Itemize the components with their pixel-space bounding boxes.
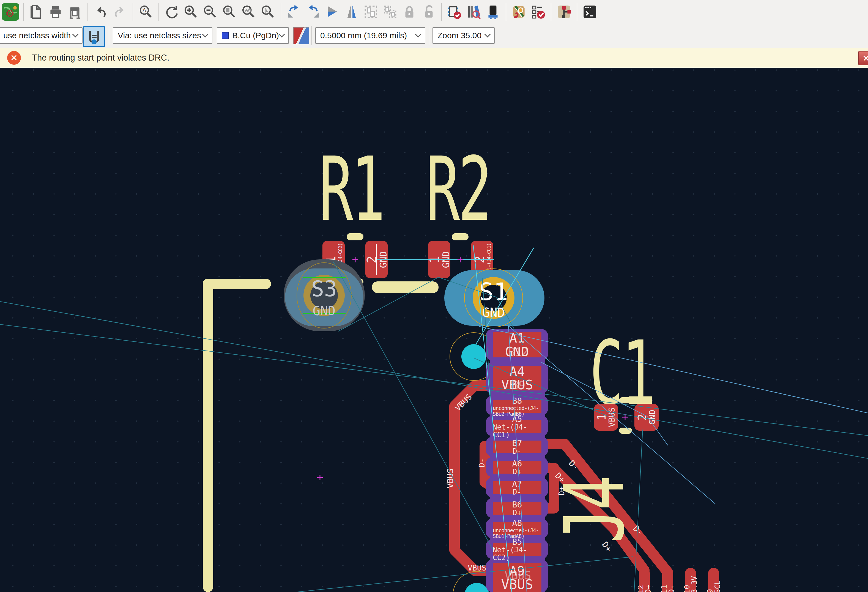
via-s1-net: GND (474, 305, 513, 320)
zoom-in-icon[interactable] (182, 3, 200, 21)
j4-pad-a9[interactable]: VBUSA9 VBUS (493, 563, 542, 592)
ungroup-icon (381, 3, 399, 21)
ghost-label: B12 (508, 346, 528, 357)
alert-close-button[interactable]: ✕ (858, 51, 868, 65)
design-rules-check-icon[interactable] (529, 3, 547, 21)
j4-pad-b7[interactable]: B7 D- (493, 441, 542, 453)
via-s3-name: S3 (308, 277, 341, 301)
redo-icon (111, 3, 129, 21)
r1-pad-2[interactable]: 2 GND (365, 241, 388, 278)
undo-view-icon[interactable] (285, 3, 303, 21)
layer-pair-swatch[interactable] (293, 27, 309, 44)
zoom-fit-objects-icon[interactable] (240, 3, 257, 21)
via-cyan[interactable] (461, 344, 486, 369)
pcbnew-app-icon: ⚙ (1, 3, 19, 21)
group-icon (362, 3, 380, 21)
track-width-dropdown[interactable]: use netclass width (0, 27, 83, 44)
svg-text:A: A (143, 7, 146, 14)
silk-dash (619, 428, 632, 434)
auto-track-width-toggle[interactable] (83, 26, 105, 47)
r2-pad-1[interactable]: 1 GND (428, 241, 450, 278)
pad-11[interactable]: 11 D- (662, 568, 673, 592)
chevron-down-icon (484, 31, 491, 37)
zoom-out-icon[interactable] (201, 3, 219, 21)
print-icon[interactable] (47, 3, 64, 21)
footprint-checker-icon[interactable] (446, 3, 463, 21)
j4-pad-a1[interactable]: A1 B12GND (493, 332, 542, 357)
layer-color-icon (222, 32, 229, 39)
j4-pad-b8[interactable]: B8 unconnected-(J4-SBU2-PadB8) (493, 400, 542, 413)
pcb-canvas[interactable]: R1 R2 C1 J4 1 Net-(J4-CC2) 2 GND 1 GND 2… (0, 68, 868, 592)
redo-view-icon[interactable] (304, 3, 322, 21)
footprint-browser-icon[interactable] (465, 3, 483, 21)
chevron-down-icon (72, 31, 79, 37)
j4-pad-a8[interactable]: A8 unconnected-(J4-SBU1-PadA8) (493, 522, 542, 535)
zoom-fit-page-icon[interactable] (221, 3, 238, 21)
trace-label-d-minus: D- (478, 458, 486, 468)
new-board-icon[interactable] (28, 3, 45, 21)
main-toolbar: ⚙ A (0, 0, 868, 24)
board-outline-silk (203, 279, 213, 592)
pad-10[interactable]: 10 3.3V (685, 568, 696, 592)
zoom-dropdown[interactable]: Zoom 35.00 (433, 27, 495, 44)
chevron-down-icon (279, 31, 285, 37)
find-icon[interactable]: A (137, 3, 155, 21)
zoom-selection-icon[interactable] (259, 3, 277, 21)
trace-width-dropdown[interactable]: 0.5000 mm (19.69 mils) (315, 27, 425, 44)
drc-alert-bar: ✕ The routing start point violates DRC. … (0, 47, 868, 68)
lock-icon (401, 3, 418, 21)
trace-label-vbus: VBUS (468, 563, 486, 573)
mirror-view-icon[interactable] (343, 3, 360, 21)
chevron-down-icon (202, 31, 208, 37)
layer-dropdown[interactable]: B.Cu (PgDn) (217, 27, 289, 44)
plot-icon[interactable] (66, 3, 84, 21)
ref-r1: R1 (319, 155, 384, 224)
cross-probe-schematic-icon[interactable] (555, 3, 573, 21)
ref-j4: J4 (562, 477, 627, 543)
ghost-label: B9 (512, 380, 525, 391)
ref-c1: C1 (590, 339, 654, 408)
trace-label-d-plus: D+ (558, 486, 565, 496)
via-size-dropdown[interactable]: Via: use netclass sizes (113, 27, 213, 44)
j4-pad-b5[interactable]: B5 Net-(J4-CC2) (493, 543, 542, 556)
footprint-properties-icon[interactable] (484, 3, 502, 21)
j4-pad-a4[interactable]: A4 B9VBUS (493, 366, 542, 391)
via-s1-name: S1 (477, 278, 510, 306)
unlock-icon (420, 3, 437, 21)
silk-connector-bar (372, 281, 438, 293)
chevron-down-icon (415, 31, 421, 37)
via-s3-net: GND (305, 303, 343, 318)
c1-pad-1[interactable]: 1 VBUS (594, 404, 618, 431)
error-icon: ✕ (7, 51, 21, 65)
svg-text:⚙: ⚙ (5, 8, 14, 19)
track-via-icon (87, 29, 102, 44)
j4-pad-b6[interactable]: B6 D+ (493, 502, 542, 515)
pad-12[interactable]: 12 D+ (639, 568, 650, 592)
j4-pad-a7[interactable]: A7 D- (493, 481, 542, 494)
refresh-view-icon[interactable] (163, 3, 180, 21)
scripting-console-icon[interactable] (581, 3, 599, 21)
j4-pad-a6[interactable]: A6 D+ (493, 461, 542, 474)
c1-pad-2[interactable]: 2 GND (635, 404, 658, 431)
update-pcb-from-schematic-icon[interactable] (510, 3, 528, 21)
routing-toolbar: use netclass width Via: use netclass siz… (0, 24, 868, 48)
flip-board-view-icon[interactable] (323, 3, 341, 21)
undo-icon[interactable] (92, 3, 109, 21)
j4-pad-a5[interactable]: A5 Net-(J4-CC1) (493, 420, 542, 433)
pad-9[interactable]: 9 SCL (708, 568, 719, 592)
trace-label-vbus: VBUS (446, 468, 455, 488)
ref-r2: R2 (426, 155, 490, 224)
alert-message: The routing start point violates DRC. (32, 53, 170, 63)
